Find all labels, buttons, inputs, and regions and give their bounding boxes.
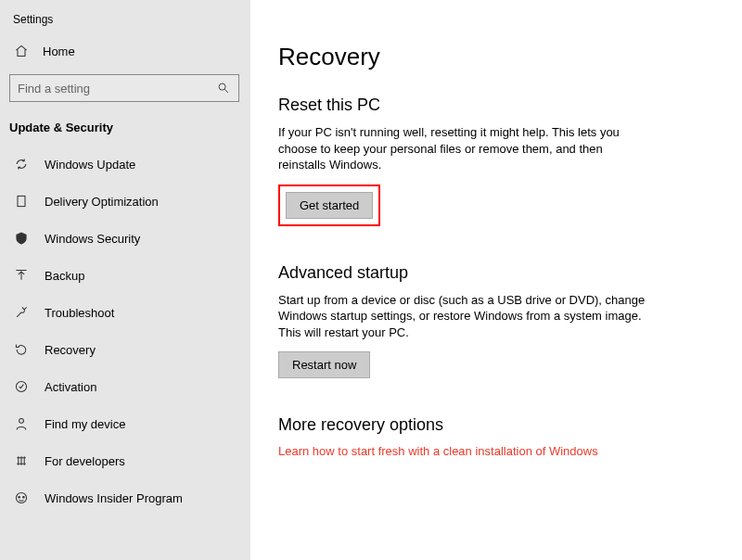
- svg-rect-1: [18, 196, 25, 206]
- insider-icon: [13, 490, 30, 506]
- more-recovery-section: More recovery options Learn how to start…: [278, 415, 714, 458]
- reset-description: If your PC isn't running well, resetting…: [278, 124, 649, 173]
- more-heading: More recovery options: [278, 415, 714, 435]
- nav-list: Windows Update Delivery Optimization Win…: [0, 146, 250, 516]
- page-title: Recovery: [278, 43, 714, 71]
- highlight-annotation: Get started: [278, 185, 380, 226]
- sidebar-item-label: Windows Insider Program: [45, 491, 183, 505]
- svg-point-4: [16, 492, 26, 503]
- sidebar-item-label: Recovery: [45, 343, 96, 357]
- svg-point-3: [19, 418, 24, 423]
- home-icon: [13, 43, 30, 59]
- sidebar-item-label: Backup: [45, 269, 84, 283]
- sidebar-item-backup[interactable]: Backup: [0, 257, 250, 294]
- sidebar-item-recovery[interactable]: Recovery: [0, 331, 250, 368]
- sidebar-item-label: Activation: [45, 380, 96, 394]
- backup-icon: [13, 267, 30, 284]
- sidebar-item-troubleshoot[interactable]: Troubleshoot: [0, 294, 250, 331]
- wrench-icon: [13, 304, 30, 321]
- svg-point-0: [219, 83, 225, 90]
- advanced-heading: Advanced startup: [278, 263, 714, 283]
- sidebar-item-label: For developers: [45, 454, 125, 468]
- advanced-startup-section: Advanced startup Start up from a device …: [278, 263, 714, 379]
- shield-icon: [13, 230, 30, 247]
- home-label: Home: [43, 45, 75, 58]
- delivery-icon: [13, 193, 30, 210]
- sidebar-item-windows-update[interactable]: Windows Update: [0, 146, 250, 183]
- sidebar-item-windows-security[interactable]: Windows Security: [0, 220, 250, 257]
- home-nav[interactable]: Home: [0, 35, 250, 67]
- category-header: Update & Security: [0, 115, 250, 146]
- app-title: Settings: [0, 9, 250, 35]
- sidebar: Settings Home Update & Security Windows …: [0, 0, 250, 560]
- fresh-start-link[interactable]: Learn how to start fresh with a clean in…: [278, 444, 714, 458]
- svg-point-5: [19, 496, 20, 498]
- sidebar-item-label: Windows Security: [45, 232, 140, 246]
- restart-now-button[interactable]: Restart now: [278, 351, 370, 378]
- get-started-button[interactable]: Get started: [286, 192, 373, 219]
- sidebar-item-label: Troubleshoot: [45, 306, 114, 320]
- sidebar-item-for-developers[interactable]: For developers: [0, 442, 250, 479]
- sidebar-item-windows-insider[interactable]: Windows Insider Program: [0, 479, 250, 516]
- sidebar-item-delivery-optimization[interactable]: Delivery Optimization: [0, 183, 250, 220]
- main-content: Recovery Reset this PC If your PC isn't …: [250, 0, 742, 560]
- activation-icon: [13, 378, 30, 395]
- reset-heading: Reset this PC: [278, 95, 714, 115]
- refresh-icon: [13, 156, 30, 172]
- search-input[interactable]: [18, 82, 231, 95]
- developers-icon: [13, 452, 30, 469]
- svg-point-6: [23, 496, 25, 498]
- sidebar-item-label: Find my device: [45, 417, 125, 431]
- advanced-description: Start up from a device or disc (such as …: [278, 292, 649, 341]
- sidebar-item-find-my-device[interactable]: Find my device: [0, 405, 250, 442]
- reset-pc-section: Reset this PC If your PC isn't running w…: [278, 95, 714, 226]
- recovery-icon: [13, 341, 30, 358]
- sidebar-item-label: Delivery Optimization: [45, 195, 159, 209]
- search-icon: [216, 81, 231, 95]
- search-box[interactable]: [9, 74, 239, 102]
- find-device-icon: [13, 415, 30, 432]
- sidebar-item-label: Windows Update: [45, 158, 135, 172]
- sidebar-item-activation[interactable]: Activation: [0, 368, 250, 405]
